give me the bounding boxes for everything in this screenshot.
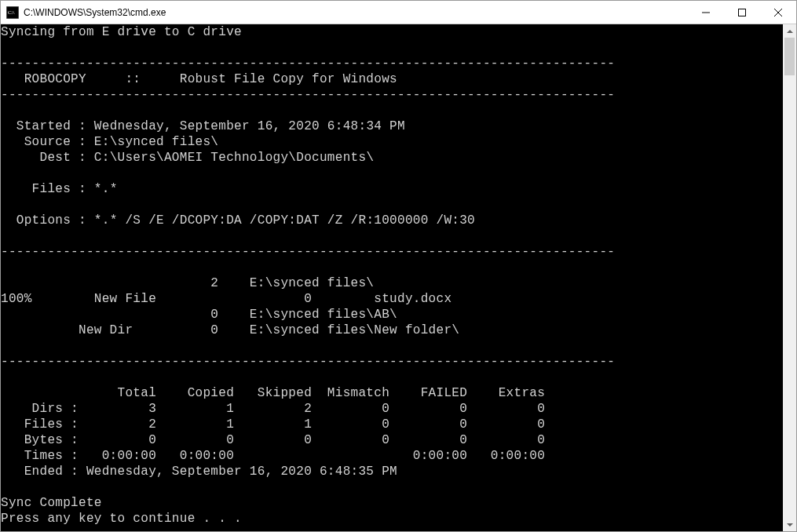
titlebar[interactable]: C:\ C:\WINDOWS\System32\cmd.exe	[1, 1, 796, 24]
scroll-down-button[interactable]	[783, 518, 796, 531]
robocopy-banner: ROBOCOPY :: Robust File Copy for Windows	[1, 72, 397, 86]
summary-row-files: Files : 2 1 1 0 0 0	[1, 417, 545, 432]
options-label: Options :	[1, 213, 86, 228]
maximize-button[interactable]	[724, 1, 760, 24]
svg-marker-6	[787, 30, 793, 33]
scroll-thumb[interactable]	[784, 38, 795, 75]
summary-row-times: Times : 0:00:00 0:00:00 0:00:00 0:00:00	[1, 449, 545, 463]
files-label: Files :	[1, 182, 86, 196]
files-value: *.*	[86, 182, 118, 196]
window-title: C:\WINDOWS\System32\cmd.exe	[24, 7, 688, 18]
progress-row: 2 E:\synced files\	[1, 276, 374, 290]
press-key-prompt: Press any key to continue . . .	[1, 512, 242, 526]
scroll-up-button[interactable]	[783, 24, 796, 38]
dest-label: Dest :	[1, 151, 86, 165]
cmd-window: C:\ C:\WINDOWS\System32\cmd.exe Syncing …	[0, 0, 797, 532]
svg-rect-3	[739, 9, 746, 16]
progress-row: New Dir 0 E:\synced files\New folder\	[1, 323, 459, 337]
progress-row: 0 E:\synced files\AB\	[1, 308, 397, 322]
sync-complete: Sync Complete	[1, 496, 102, 510]
source-value: E:\synced files\	[86, 135, 218, 149]
vertical-scrollbar[interactable]	[783, 24, 796, 531]
cmd-icon: C:\	[6, 6, 19, 19]
minimize-button[interactable]	[688, 1, 724, 24]
source-label: Source :	[1, 135, 86, 149]
window-controls	[688, 1, 796, 24]
content-area: Syncing from E drive to C drive --------…	[1, 24, 796, 531]
terminal-output[interactable]: Syncing from E drive to C drive --------…	[1, 24, 783, 531]
ended-label: Ended :	[1, 465, 79, 479]
sync-header: Syncing from E drive to C drive	[1, 25, 242, 39]
close-button[interactable]	[760, 1, 796, 24]
divider: ----------------------------------------…	[1, 88, 615, 102]
started-label: Started :	[1, 119, 86, 133]
divider: ----------------------------------------…	[1, 355, 615, 369]
svg-text:C:\: C:\	[8, 9, 15, 16]
dest-value: C:\Users\AOMEI Technology\Documents\	[86, 151, 374, 165]
summary-row-bytes: Bytes : 0 0 0 0 0 0	[1, 433, 545, 447]
progress-row: 100% New File 0 study.docx	[1, 292, 452, 306]
started-value: Wednesday, September 16, 2020 6:48:34 PM	[86, 119, 405, 133]
divider: ----------------------------------------…	[1, 245, 615, 259]
options-value: *.* /S /E /DCOPY:DA /COPY:DAT /Z /R:1000…	[86, 213, 475, 228]
svg-marker-7	[787, 523, 793, 527]
summary-row-dirs: Dirs : 3 1 2 0 0 0	[1, 402, 545, 416]
divider: ----------------------------------------…	[1, 56, 615, 71]
summary-header: Total Copied Skipped Mismatch FAILED Ext…	[1, 386, 545, 400]
ended-value: Wednesday, September 16, 2020 6:48:35 PM	[79, 465, 397, 479]
